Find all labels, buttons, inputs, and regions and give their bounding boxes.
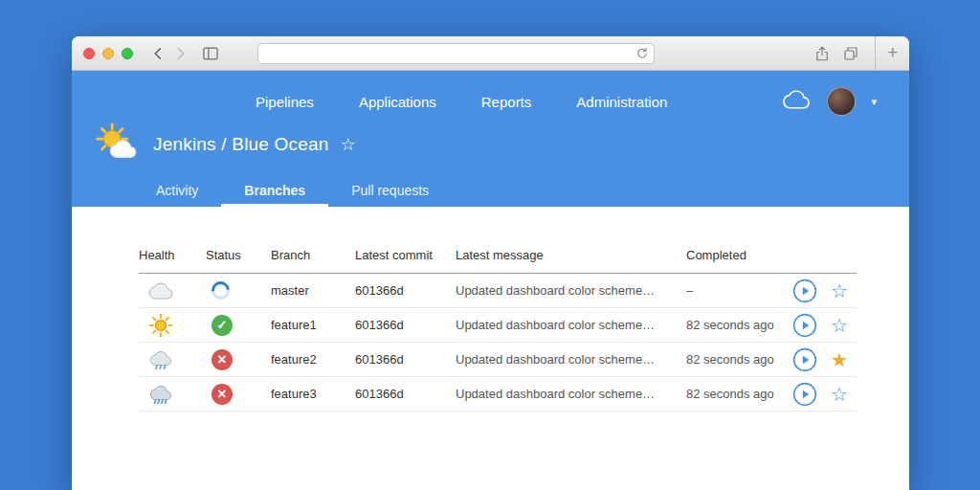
- commit-message: Updated dashboard color scheme…: [456, 318, 686, 332]
- new-tab-button[interactable]: +: [875, 36, 909, 70]
- completed-time: 82 seconds ago: [686, 352, 788, 367]
- weather-cloudy-icon: [148, 278, 173, 303]
- nav-item-pipelines[interactable]: Pipelines: [256, 94, 314, 110]
- commit-hash: 601366d: [355, 283, 456, 298]
- col-branch: Branch: [271, 248, 355, 262]
- nav-item-administration[interactable]: Administration: [576, 94, 667, 110]
- close-window-icon[interactable]: [83, 48, 95, 59]
- col-latest-message: Latest message: [456, 248, 686, 262]
- status-failed-icon: ×: [212, 349, 233, 370]
- weather-storm-icon: [148, 382, 173, 407]
- commit-message: Updated dashboard color scheme…: [456, 387, 686, 401]
- title-row: Jenkins / Blue Ocean ☆: [96, 122, 909, 167]
- tab-branches[interactable]: Branches: [221, 176, 328, 207]
- status-failed-icon: ×: [212, 384, 233, 405]
- completed-time: 82 seconds ago: [686, 318, 788, 332]
- reload-icon[interactable]: [635, 46, 650, 64]
- run-button[interactable]: [792, 313, 817, 338]
- address-input[interactable]: [258, 44, 654, 63]
- status-success-icon: ✓: [212, 315, 233, 336]
- table-row[interactable]: × feature3 601366d Updated dashboard col…: [139, 377, 857, 412]
- favorite-branch-button[interactable]: ☆: [831, 316, 848, 335]
- tab-bar: Activity Branches Pull requests: [133, 176, 909, 207]
- favorite-branch-button[interactable]: ☆: [831, 385, 848, 404]
- col-latest-commit: Latest commit: [355, 248, 456, 262]
- branch-name: feature1: [271, 318, 355, 332]
- sidebar-toggle-button[interactable]: [200, 42, 221, 65]
- favorite-branch-button[interactable]: ★: [831, 350, 848, 369]
- main-nav: Pipelines Applications Reports Administr…: [72, 84, 909, 119]
- commit-hash: 601366d: [355, 387, 456, 401]
- address-bar[interactable]: [257, 43, 655, 64]
- col-health: Health: [139, 248, 206, 262]
- cloud-icon: [781, 88, 812, 115]
- tab-overview-button[interactable]: [836, 42, 865, 65]
- status-running-icon: [208, 281, 234, 300]
- branch-name: master: [271, 283, 355, 298]
- branches-table: Health Status Branch Latest commit Lates…: [139, 237, 857, 412]
- table-row[interactable]: master 601366d Updated dashboard color s…: [139, 274, 857, 308]
- forward-button[interactable]: [169, 42, 190, 65]
- favorite-branch-button[interactable]: ☆: [831, 281, 848, 301]
- back-button[interactable]: [148, 42, 169, 65]
- completed-time: 82 seconds ago: [686, 387, 788, 401]
- commit-hash: 601366d: [355, 318, 456, 332]
- browser-window: + Pipelines Applications Reports Adminis…: [72, 36, 909, 490]
- branch-name: feature3: [271, 387, 355, 401]
- table-row[interactable]: × feature2 601366d Updated dashboard col…: [139, 343, 857, 377]
- share-button[interactable]: [808, 42, 836, 65]
- zoom-window-icon[interactable]: [122, 48, 133, 59]
- nav-item-applications[interactable]: Applications: [359, 94, 436, 110]
- table-row[interactable]: ✓ feature1 601366d Updated dashboard col…: [139, 308, 857, 343]
- weather-rain-icon: [148, 347, 173, 372]
- commit-message: Updated dashboard color scheme…: [456, 283, 686, 298]
- tab-activity[interactable]: Activity: [133, 176, 221, 207]
- weather-sun-cloud-icon: [96, 122, 140, 167]
- weather-sunny-icon: [148, 313, 173, 338]
- favorite-pipeline-button[interactable]: ☆: [341, 136, 356, 153]
- minimize-window-icon[interactable]: [102, 48, 114, 59]
- window-controls: [83, 48, 133, 59]
- user-avatar[interactable]: [827, 87, 856, 116]
- col-status: Status: [206, 248, 271, 262]
- browser-toolbar: +: [72, 36, 909, 71]
- branch-name: feature2: [271, 352, 355, 367]
- commit-hash: 601366d: [355, 352, 456, 367]
- col-completed: Completed: [686, 248, 788, 262]
- run-button[interactable]: [792, 347, 817, 372]
- completed-time: –: [686, 283, 788, 298]
- branches-panel: Health Status Branch Latest commit Lates…: [72, 207, 909, 490]
- app-header: Pipelines Applications Reports Administr…: [72, 71, 909, 207]
- nav-item-reports[interactable]: Reports: [481, 94, 532, 110]
- tab-pull-requests[interactable]: Pull requests: [328, 176, 452, 207]
- run-button[interactable]: [792, 278, 817, 303]
- commit-message: Updated dashboard color scheme…: [456, 352, 686, 367]
- table-header-row: Health Status Branch Latest commit Lates…: [139, 237, 857, 274]
- run-button[interactable]: [792, 382, 817, 407]
- chevron-down-icon[interactable]: ▾: [871, 96, 877, 108]
- page-title: Jenkins / Blue Ocean: [153, 134, 329, 155]
